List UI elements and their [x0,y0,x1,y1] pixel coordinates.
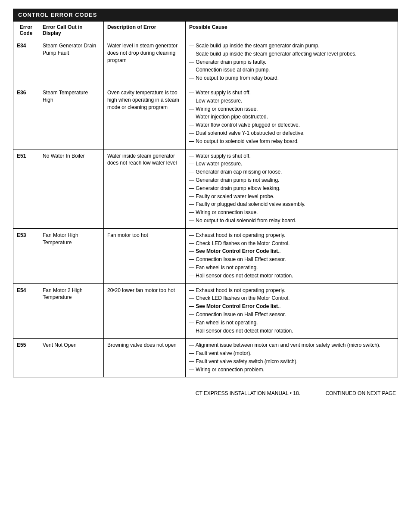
cause-line: — No output to solenoid valve form relay… [189,138,394,145]
footer-right-text: CONTINUED ON NEXT PAGE [325,390,396,396]
cause-line: — Fan wheel is not operating. [189,319,394,327]
cell-possible-cause: — Scale build up inside the steam genera… [186,39,398,86]
cause-line: — Fault vent valve (motor). [189,350,394,357]
footer-area: CT EXPRESS INSTALLATION MANUAL • 18. CON… [13,390,398,396]
cell-call-out: No Water In Boiler [39,149,104,228]
cause-line: — Check LED flashes on the Motor Control… [189,295,394,302]
cause-line: — Generator drain cap missing or loose. [189,168,394,176]
cause-line: — Exhaust hood is not operating properly… [189,232,394,239]
error-codes-table: ErrorCode Error Call Out in Display Desc… [13,21,398,377]
cell-error-code: E55 [13,339,39,377]
cell-error-code: E34 [13,39,39,86]
cause-line: — Faulty or scaled water level probe. [189,193,394,200]
cause-line: — Wiring or connection issue. [189,209,394,216]
cause-line: — Check LED flashes on the Motor Control… [189,240,394,247]
cause-line: — Generator drain pump elbow leaking. [189,185,394,192]
cause-line: — Wiring or connection issue. [189,106,394,113]
cause-line: — Water flow control valve plugged or de… [189,121,394,129]
cause-line: — Faulty or plugged dual solenoid valve … [189,201,394,208]
bold-phrase: See Motor Control Error Code list [196,248,278,254]
bold-phrase: See Motor Control Error Code list [196,303,278,309]
cell-error-code: E54 [13,283,39,339]
cell-possible-cause: — Exhaust hood is not operating properly… [186,283,398,339]
cause-line: — Dual solenoid valve Y-1 obstructed or … [189,130,394,137]
cell-call-out: Steam Temperature High [39,86,104,149]
col-header-call-out: Error Call Out in Display [39,22,104,39]
cell-possible-cause: — Water supply is shut off.— Low water p… [186,86,398,149]
cause-line: — Connection Issue on Hall Effect sensor… [189,256,394,263]
cause-line: — Wiring or connection problem. [189,366,394,373]
cause-line: — Alignment issue between motor cam and … [189,342,394,349]
cause-line: — Connection issue at drain pump. [189,66,394,74]
cause-line: — Low water pressure. [189,160,394,168]
table-row: E53Fan Motor High TemperatureFan motor t… [13,228,398,283]
cause-line: — Low water pressure. [189,97,394,105]
table-row: E51No Water In BoilerWater inside steam … [13,149,398,228]
section-header: CONTROL ERROR CODES [13,9,398,21]
cause-line: — Fault vent valve safety switch (micro … [189,358,394,365]
cell-description: Water inside steam generator does not re… [104,149,186,228]
cause-line: — No output to dual solenoid from relay … [189,217,394,224]
cell-description: Browning valve does not open [104,339,186,377]
table-row: E36Steam Temperature HighOven cavity tem… [13,86,398,149]
cause-line: — Scale build up inside the steam genera… [189,50,394,58]
cell-call-out: Vent Not Open [39,339,104,377]
cause-line: — Water supply is shut off. [189,152,394,160]
table-row: E34Steam Generator Drain Pump FaultWater… [13,39,398,86]
cause-line: — Hall sensor does not detect motor rota… [189,272,394,280]
cell-error-code: E51 [13,149,39,228]
cell-error-code: E36 [13,86,39,149]
table-row: E55Vent Not OpenBrowning valve does not … [13,339,398,377]
cell-error-code: E53 [13,228,39,283]
cause-line: — Water injection pipe obstructed. [189,113,394,121]
table-header-row: ErrorCode Error Call Out in Display Desc… [13,22,398,39]
cause-line: — Scale build up inside the steam genera… [189,42,394,50]
cell-call-out: Fan Motor 2 High Temperature [39,283,104,339]
cause-line: — No output to pump from relay board. [189,75,394,82]
col-header-error-code: ErrorCode [13,22,39,39]
cause-line: — Generator drain pump is not sealing. [189,177,394,184]
cell-call-out: Steam Generator Drain Pump Fault [39,39,104,86]
cell-call-out: Fan Motor High Temperature [39,228,104,283]
cause-line: — Exhaust hood is not operating properly… [189,287,394,294]
cell-description: 20•20 lower fan motor too hot [104,283,186,339]
cause-line: — Water supply is shut off. [189,89,394,96]
footer-center-text: CT EXPRESS INSTALLATION MANUAL • 18. [170,390,325,396]
cell-possible-cause: — Water supply is shut off.— Low water p… [186,149,398,228]
cell-description: Oven cavity temperature is too high when… [104,86,186,149]
cause-line: — See Motor Control Error Code list.. [189,248,394,255]
cause-line: — Generator drain pump is faulty. [189,59,394,66]
page-wrapper: CONTROL ERROR CODES ErrorCode Error Call… [13,9,398,396]
cause-line: — Hall sensor does not detect motor rota… [189,327,394,335]
cell-description: Fan motor too hot [104,228,186,283]
col-header-description: Description of Error [104,22,186,39]
cell-possible-cause: — Exhaust hood is not operating properly… [186,228,398,283]
cell-description: Water level in steam generator does not … [104,39,186,86]
cause-line: — Fan wheel is not operating. [189,264,394,271]
col-header-possible-cause: Possible Cause [186,22,398,39]
cause-line: — See Motor Control Error Code list.. [189,303,394,310]
cell-possible-cause: — Alignment issue between motor cam and … [186,339,398,377]
cause-line: — Connection Issue on Hall Effect sensor… [189,311,394,318]
table-row: E54Fan Motor 2 High Temperature20•20 low… [13,283,398,339]
